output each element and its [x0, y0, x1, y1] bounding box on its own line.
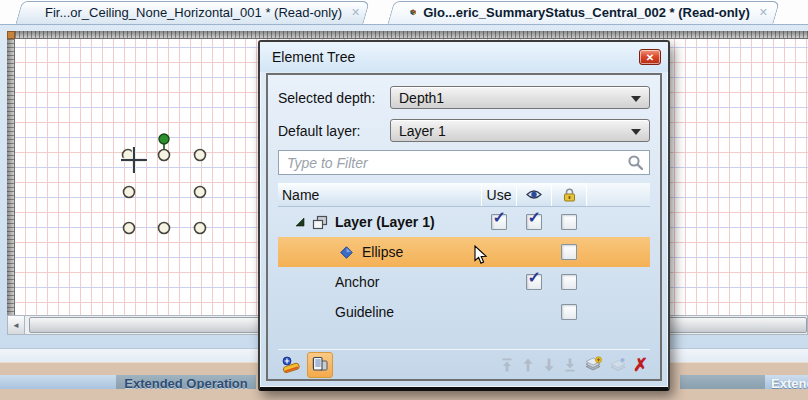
lock-checkbox[interactable] — [561, 274, 577, 290]
dialog-close-button[interactable]: ✕ — [639, 49, 661, 65]
tree-row-layer[interactable]: Layer (Layer 1) ✓ ✓ — [278, 207, 650, 237]
add-layer-button[interactable] — [583, 356, 603, 374]
horizontal-ruler — [15, 31, 808, 39]
move-up-button[interactable] — [520, 357, 536, 373]
use-checkbox[interactable]: ✓ — [491, 214, 507, 230]
tree-row-anchor[interactable]: Anchor ✓ — [278, 267, 650, 297]
delete-icon: ✗ — [633, 356, 648, 374]
move-bottom-icon — [562, 357, 578, 373]
selected-depth-label: Selected depth: — [278, 90, 390, 106]
move-down-button[interactable] — [541, 357, 557, 373]
element-tree-dialog: Element Tree ✕ Selected depth: Depth1 De… — [258, 40, 670, 391]
scroll-left-button[interactable]: ◄ — [8, 316, 25, 334]
column-header-name[interactable]: Name — [278, 183, 481, 206]
lock-icon — [563, 188, 576, 202]
lock-checkbox[interactable] — [561, 244, 577, 260]
panel-header-segment[interactable] — [0, 375, 116, 389]
tab-global-summary-document[interactable]: Glo...eric_SummaryStatus_Central_002 * (… — [394, 1, 780, 24]
panel-header-segment[interactable] — [680, 375, 765, 389]
diamond-icon — [340, 246, 353, 259]
filter-input[interactable] — [287, 155, 627, 171]
visibility-checkbox[interactable]: ✓ — [526, 274, 542, 290]
tree-row-ellipse[interactable]: Ellipse — [278, 237, 650, 267]
panel-header-label: Extended Operation — [116, 375, 256, 389]
tree-toolbar: ✗ — [278, 349, 650, 379]
document-tabbar: Fir...or_Ceiling_None_Horizontal_001 * (… — [0, 0, 808, 24]
tree-row-guideline[interactable]: Guideline — [278, 297, 650, 327]
tab-close-icon[interactable]: ✕ — [349, 6, 362, 19]
mouse-cursor — [474, 245, 488, 265]
selected-depth-value: Depth1 — [399, 90, 444, 106]
element-tree-table: Name Use — [278, 183, 650, 379]
dialog-titlebar[interactable]: Element Tree ✕ — [260, 42, 668, 72]
tree-expander-icon[interactable] — [295, 217, 305, 227]
move-to-top-button[interactable] — [499, 357, 515, 373]
tab-label: Fir...or_Ceiling_None_Horizontal_001 * (… — [45, 5, 342, 20]
panel-header-label: Extended Operation — [765, 375, 808, 389]
tab-label: Glo...eric_SummaryStatus_Central_002 * (… — [423, 5, 750, 20]
cube-icon — [410, 5, 416, 20]
tree-header-row: Name Use — [278, 183, 650, 207]
copy-elements-icon — [311, 356, 329, 374]
column-header-lock[interactable] — [551, 183, 586, 206]
eye-icon — [526, 189, 542, 200]
application-window: Fir...or_Ceiling_None_Horizontal_001 * (… — [0, 0, 808, 400]
vertical-ruler — [7, 39, 15, 315]
marker-tool-button[interactable] — [280, 354, 302, 376]
merge-layer-icon — [608, 356, 628, 374]
row-label: Ellipse — [362, 244, 403, 260]
panel-header-extended-operation[interactable]: Extended Operation — [116, 375, 256, 389]
move-to-bottom-button[interactable] — [562, 357, 578, 373]
default-layer-label: Default layer: — [278, 123, 390, 139]
visibility-checkbox[interactable]: ✓ — [526, 214, 542, 230]
chevron-down-icon — [631, 129, 641, 135]
close-icon: ✕ — [646, 52, 654, 63]
default-layer-value: Layer 1 — [399, 123, 446, 139]
merge-layer-button[interactable] — [608, 356, 628, 374]
add-layer-icon — [583, 356, 603, 374]
tree-empty-area — [278, 327, 650, 349]
default-layer-dropdown[interactable]: Layer 1 — [390, 119, 650, 142]
row-label: Layer (Layer 1) — [335, 214, 435, 230]
copy-elements-toggle-button[interactable] — [307, 352, 333, 378]
lock-checkbox[interactable] — [561, 304, 577, 320]
move-top-icon — [499, 357, 515, 373]
dialog-content: Selected depth: Depth1 Default layer: La… — [266, 73, 662, 381]
tab-floor-ceiling-document[interactable]: Fir...or_Ceiling_None_Horizontal_001 * (… — [22, 1, 370, 24]
row-label: Guideline — [335, 304, 394, 320]
selected-depth-dropdown[interactable]: Depth1 — [390, 86, 650, 109]
move-up-icon — [520, 357, 536, 373]
search-icon[interactable] — [627, 154, 644, 171]
filter-field[interactable] — [278, 150, 650, 175]
anchor-handle-point — [159, 134, 169, 144]
marker-icon — [280, 354, 302, 376]
column-header-filler — [586, 183, 650, 206]
ruler-corner — [7, 31, 15, 39]
layers-icon — [312, 215, 328, 230]
tab-close-icon[interactable]: ✕ — [757, 6, 770, 19]
move-down-icon — [541, 357, 557, 373]
column-header-use[interactable]: Use — [481, 183, 516, 206]
delete-element-button[interactable]: ✗ — [633, 356, 648, 374]
dialog-title: Element Tree — [272, 49, 355, 65]
row-label: Anchor — [335, 274, 379, 290]
lock-checkbox[interactable] — [561, 214, 577, 230]
column-header-visibility[interactable] — [516, 183, 551, 206]
scroll-left-arrow-icon: ◄ — [12, 321, 20, 330]
panel-header-extended-operation[interactable]: Extended Operation — [765, 375, 808, 389]
chevron-down-icon — [631, 96, 641, 102]
